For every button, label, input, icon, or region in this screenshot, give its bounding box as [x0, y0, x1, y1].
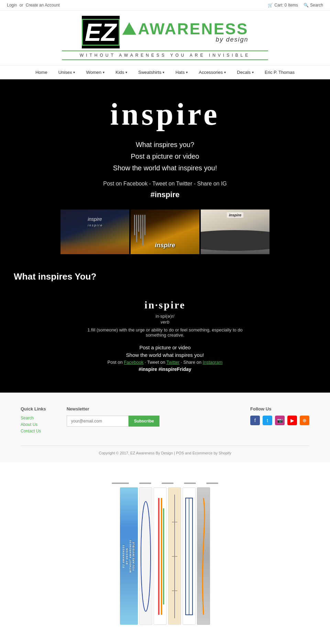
inspire-share-line: Post on Facebook · Tweet on Twitter · Sh… [21, 360, 309, 365]
copyright-text: Copyright © 2017, EZ Awareness By Design… [99, 451, 231, 455]
top-bar-right: 🛒 Cart: 0 Items 🔍 Search [268, 3, 323, 8]
decal-tab-5 [206, 483, 218, 484]
footer-contact-link[interactable]: Contact Us [21, 429, 46, 433]
decal-strip-3 [154, 487, 167, 625]
or-separator: or [20, 3, 23, 8]
inspire-image-2: inspire [131, 210, 199, 254]
youtube-social-icon[interactable]: ▶ [287, 416, 297, 425]
nav-kids[interactable]: Kids ▾ [110, 66, 133, 79]
hero-hashtag: #inspire [7, 190, 323, 199]
inspire-pronunciation: in·spi(ə)r/ [21, 314, 309, 319]
inspire-show-line: Show the world what inspires you! [21, 352, 309, 358]
search-label: Search [310, 3, 323, 8]
footer-follow: Follow Us f t 📷 ▶ ⊕ [250, 406, 309, 435]
footer: Quick Links Search About Us Contact Us N… [0, 393, 330, 462]
awareness-top: AWARENESS [122, 21, 249, 37]
newsletter-form: Subscribe [67, 416, 230, 427]
cart-icon: 🛒 [268, 3, 273, 8]
rss-social-icon[interactable]: ⊕ [300, 416, 309, 425]
hero-text: What inspires you? Post a picture or vid… [7, 139, 323, 174]
search-link[interactable]: 🔍 Search [304, 3, 323, 8]
hero-line3: Show the world what inspires you! [7, 162, 323, 174]
decal-tab-4 [184, 483, 196, 484]
newsletter-email-input[interactable] [67, 416, 129, 427]
footer-copyright: Copyright © 2017, EZ Awareness By Design… [21, 445, 309, 455]
ez-box: EZ [82, 16, 120, 48]
hero-line2: Post a picture or video [7, 150, 323, 162]
nav-home[interactable]: Home [30, 66, 53, 79]
decal-tab-2 [139, 483, 151, 484]
chevron-down-icon: ▾ [186, 70, 188, 74]
nav-women[interactable]: Women ▾ [80, 66, 110, 79]
nav-unisex[interactable]: Unisex ▾ [53, 66, 81, 79]
svg-point-0 [141, 501, 151, 611]
hero-line1: What inspires you? [7, 139, 323, 150]
decal-tab-1 [112, 483, 129, 484]
chevron-down-icon: ▾ [103, 70, 104, 74]
decal-strip-1: EZ AWARENESSBY DESIGNWITHOUT AWARENESSYO… [120, 487, 138, 625]
cart-label: Cart: 0 Items [274, 3, 298, 8]
decal-4-graphic [168, 488, 181, 624]
nav-decals[interactable]: Decals ▾ [231, 66, 259, 79]
facebook-link[interactable]: Facebook [124, 360, 143, 365]
search-icon: 🔍 [304, 3, 309, 8]
chevron-down-icon: ▾ [252, 70, 254, 74]
twitter-link[interactable]: Twitter [166, 360, 179, 365]
instagram-social-icon[interactable]: 📷 [275, 416, 285, 425]
inspire-tags: #inspire #inspireFriday [21, 366, 309, 372]
decal-6-graphic [197, 488, 210, 624]
inspire-image-grid: inspire i n s p i r e inspire inspire [7, 210, 323, 254]
decal-strip-2 [139, 487, 152, 625]
follow-heading: Follow Us [250, 406, 309, 411]
footer-quick-links: Quick Links Search About Us Contact Us [21, 406, 46, 435]
footer-newsletter: Newsletter Subscribe [67, 406, 230, 435]
triangle-icon [122, 22, 136, 35]
chevron-down-icon: ▾ [73, 70, 75, 74]
logo: EZ AWARENESS by design [82, 16, 249, 48]
twitter-social-icon[interactable]: t [263, 416, 272, 425]
inspire-pos: verb [21, 319, 309, 325]
newsletter-subscribe-button[interactable]: Subscribe [129, 416, 160, 427]
footer-search-link[interactable]: Search [21, 416, 46, 420]
login-link[interactable]: Login [7, 3, 17, 8]
footer-columns: Quick Links Search About Us Contact Us N… [21, 406, 309, 435]
header: EZ AWARENESS by design WITHOUT AWARENESS… [0, 11, 330, 65]
social-icons: f t 📷 ▶ ⊕ [250, 416, 309, 425]
hero-section: inspire What inspires you? Post a pictur… [0, 79, 330, 264]
top-bar: Login or Create an Account 🛒 Cart: 0 Ite… [0, 0, 330, 11]
bydesign-text: by design [122, 36, 249, 43]
decal-strips: EZ AWARENESSBY DESIGNWITHOUT AWARENESSYO… [120, 487, 210, 625]
inspire-definition-text: 1.fill (someone) with the urge or abilit… [79, 327, 251, 338]
nav-eric-thomas[interactable]: Eric P. Thomas [259, 66, 300, 79]
nav-accessories[interactable]: Accessories ▾ [193, 66, 231, 79]
facebook-social-icon[interactable]: f [250, 416, 260, 425]
decal-5-graphic [183, 488, 195, 624]
decal-strip-6 [197, 487, 210, 625]
create-account-link[interactable]: Create an Account [26, 3, 60, 8]
footer-about-link[interactable]: About Us [21, 422, 46, 427]
quick-links-heading: Quick Links [21, 406, 46, 411]
newsletter-heading: Newsletter [67, 406, 230, 411]
chevron-down-icon: ▾ [224, 70, 226, 74]
chevron-down-icon: ▾ [125, 70, 127, 74]
inspire-image-1: inspire i n s p i r e [60, 210, 129, 254]
decals-section: EZ AWARENESSBY DESIGNWITHOUT AWARENESSYO… [0, 462, 330, 644]
what-inspires-heading: What inspires You? [14, 271, 316, 282]
chevron-down-icon: ▾ [163, 70, 164, 74]
hero-social: Post on Facebook - Tweet on Twitter - Sh… [7, 181, 323, 187]
cart-link[interactable]: 🛒 Cart: 0 Items [268, 3, 298, 8]
decal-tab-3 [162, 483, 174, 484]
what-inspires-section: What inspires You? in·spire in·spi(ə)r/ … [0, 264, 330, 393]
nav-sweatshirts[interactable]: Sweatshirts ▾ [133, 66, 170, 79]
nav-hats[interactable]: Hats ▾ [170, 66, 193, 79]
decal-strip-4 [168, 487, 181, 625]
decal-2-graphic [140, 488, 152, 624]
decal-3-graphic [154, 488, 166, 624]
awareness-text: AWARENESS [138, 21, 249, 37]
inspire-image-3: inspire [201, 210, 270, 254]
tagline: WITHOUT AWARENESS YOU ARE INVISIBLE [62, 50, 268, 60]
inspire-definition: in·spire in·spi(ə)r/ verb 1.fill (someon… [14, 292, 316, 379]
decal-strip-5 [183, 487, 196, 625]
awareness-block: AWARENESS by design [120, 21, 249, 43]
instagram-link[interactable]: Instagram [203, 360, 223, 365]
